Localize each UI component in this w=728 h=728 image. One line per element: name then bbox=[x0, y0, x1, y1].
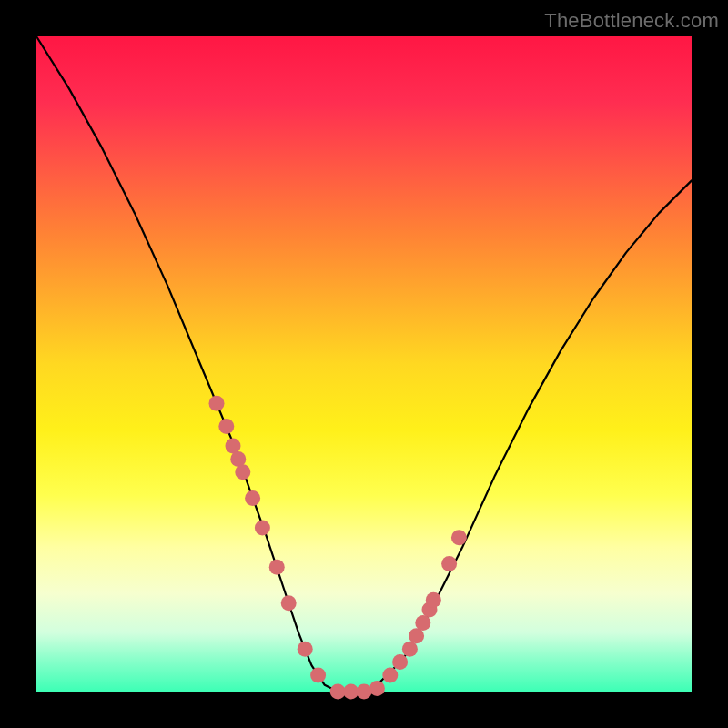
marker-dot bbox=[209, 396, 225, 411]
marker-dot bbox=[382, 668, 398, 683]
plot-area bbox=[36, 36, 692, 692]
marker-dot bbox=[369, 681, 385, 696]
marker-dots bbox=[209, 396, 467, 700]
marker-dot bbox=[281, 595, 297, 611]
chart-svg bbox=[36, 36, 692, 692]
marker-dot bbox=[310, 668, 326, 683]
marker-dot bbox=[255, 521, 270, 536]
marker-dot bbox=[392, 654, 408, 670]
chart-container: TheBottleneck.com bbox=[0, 0, 728, 728]
marker-dot bbox=[298, 642, 313, 657]
marker-dot bbox=[357, 684, 372, 700]
marker-dot bbox=[218, 419, 234, 434]
marker-dot bbox=[451, 530, 467, 545]
watermark-text: TheBottleneck.com bbox=[544, 9, 719, 33]
marker-dot bbox=[415, 615, 430, 631]
marker-dot bbox=[409, 628, 424, 643]
marker-dot bbox=[269, 560, 285, 575]
bottleneck-curve bbox=[36, 36, 692, 692]
marker-dot bbox=[441, 556, 457, 571]
marker-dot bbox=[245, 490, 260, 506]
marker-dot bbox=[235, 464, 250, 480]
marker-dot bbox=[402, 642, 418, 657]
marker-dot bbox=[426, 592, 441, 608]
